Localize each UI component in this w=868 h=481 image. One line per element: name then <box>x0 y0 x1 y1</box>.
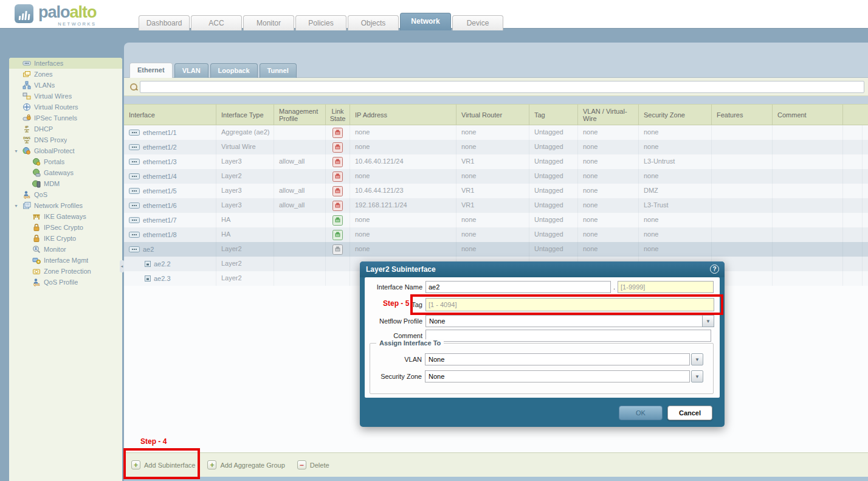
sidebar-item-ipsec-tunnels[interactable]: IPSec Tunnels <box>9 112 122 123</box>
cell-comment <box>773 154 843 169</box>
sidebar-item-dns-proxy[interactable]: DNSDNS Proxy <box>9 134 122 145</box>
interface-link[interactable]: ethernet1/2 <box>143 140 177 154</box>
cell-vlan-virtual-wire: none <box>578 184 639 198</box>
tab-device[interactable]: Device <box>452 15 503 30</box>
interface-link[interactable]: ethernet1/7 <box>143 213 177 227</box>
chevron-down-icon[interactable]: ▼ <box>691 353 703 365</box>
expander-icon[interactable]: ▼ <box>14 204 22 208</box>
column-header-link-state[interactable]: Link State <box>326 105 350 125</box>
column-header-virtual-router[interactable]: Virtual Router <box>456 105 529 125</box>
cell-link-state <box>326 198 350 213</box>
subinterface-icon <box>145 261 151 267</box>
sidebar-item-zones[interactable]: Zones <box>9 69 122 80</box>
subtab-tunnel[interactable]: Tunnel <box>260 63 297 78</box>
vlan-dropdown[interactable]: None <box>425 353 690 365</box>
zones-icon <box>22 70 32 79</box>
tab-policies[interactable]: Policies <box>295 15 346 30</box>
sidebar-item-virtual-routers[interactable]: Virtual Routers <box>9 102 122 112</box>
subtab-loopback[interactable]: Loopback <box>210 63 258 78</box>
tab-monitor[interactable]: Monitor <box>243 15 294 30</box>
column-header-security-zone[interactable]: Security Zone <box>639 105 712 125</box>
expander-icon[interactable]: ▼ <box>14 149 22 153</box>
link-state-down-icon <box>332 157 343 167</box>
tab-dashboard[interactable]: Dashboard <box>139 15 190 30</box>
cell-comment <box>773 271 843 286</box>
cancel-button[interactable]: Cancel <box>667 406 712 420</box>
cell-blank <box>843 154 863 169</box>
chevron-down-icon[interactable]: ▼ <box>691 370 703 382</box>
sidebar-item-mdm[interactable]: MDM <box>9 178 122 189</box>
interface-link[interactable]: ae2.3 <box>154 272 171 286</box>
ethernet-port-icon <box>129 130 140 136</box>
sidebar-item-ike-gateways[interactable]: IKE Gateways <box>9 211 122 222</box>
cell-vlan-virtual-wire: none <box>578 154 639 169</box>
comment-input[interactable] <box>425 330 711 342</box>
column-header-comment[interactable]: Comment <box>773 105 843 125</box>
sidebar-item-portals[interactable]: Portals <box>9 156 122 167</box>
column-header-vlan-virtual-wire[interactable]: VLAN / Virtual-Wire <box>578 105 639 125</box>
interface-link[interactable]: ethernet1/4 <box>143 170 177 184</box>
subtab-ethernet[interactable]: Ethernet <box>129 63 173 78</box>
table-row-ae2[interactable]: ae2Layer2nonenoneUntaggednonenone <box>124 242 868 257</box>
column-header-features[interactable]: Features <box>712 105 773 125</box>
tab-acc[interactable]: ACC <box>191 15 242 30</box>
interface-link[interactable]: ethernet1/6 <box>143 199 177 213</box>
search-input[interactable] <box>140 81 864 93</box>
tab-network[interactable]: Network <box>400 13 451 30</box>
column-header-ip-address[interactable]: IP Address <box>350 105 456 125</box>
table-row-ethernet1-1[interactable]: ethernet1/1Aggregate (ae2)nonenoneUntagg… <box>124 125 868 140</box>
ethernet-port-icon <box>129 188 140 194</box>
interface-number-input[interactable] <box>618 281 714 293</box>
column-header-tag[interactable]: Tag <box>529 105 578 125</box>
tab-objects[interactable]: Objects <box>348 15 399 30</box>
sidebar-collapse-handle[interactable]: ◄ <box>120 260 124 272</box>
sidebar-item-globalprotect[interactable]: ▼GlobalProtect <box>9 145 122 156</box>
cell-ip-address: 192.168.121.1/24 <box>350 198 456 213</box>
interface-link[interactable]: ae2 <box>143 243 154 257</box>
netflow-profile-dropdown[interactable]: None ▼ <box>425 315 714 327</box>
sidebar-item-ike-crypto[interactable]: IKE Crypto <box>9 233 122 244</box>
sidebar-item-ipsec-crypto[interactable]: IPSec Crypto <box>9 222 122 233</box>
cell-comment <box>773 257 843 271</box>
sidebar-item-interfaces[interactable]: Interfaces <box>9 58 122 69</box>
sidebar-item-qos-profile[interactable]: QoSQoS Profile <box>9 277 122 288</box>
sidebar-item-network-profiles[interactable]: ▼Network Profiles <box>9 200 122 211</box>
sidebar-item-zone-protection[interactable]: Zone Protection <box>9 266 122 277</box>
interface-link[interactable]: ethernet1/1 <box>143 126 177 140</box>
interface-name-input[interactable] <box>425 281 611 293</box>
sidebar-item-interface-mgmt[interactable]: Interface Mgmt <box>9 255 122 266</box>
cell-ip-address: none <box>350 227 456 242</box>
interface-link[interactable]: ae2.2 <box>154 257 171 271</box>
interface-link[interactable]: ethernet1/5 <box>143 184 177 198</box>
table-row-ethernet1-7[interactable]: ethernet1/7HAnonenoneUntaggednonenone <box>124 213 868 227</box>
sidebar-item-virtual-wires[interactable]: Virtual Wires <box>9 91 122 102</box>
column-header-interface-type[interactable]: Interface Type <box>216 105 274 125</box>
table-row-ethernet1-8[interactable]: ethernet1/8HAnonenoneUntaggednonenone <box>124 227 868 242</box>
column-header-interface[interactable]: Interface <box>124 105 216 125</box>
sidebar-item-vlans[interactable]: VLANs <box>9 80 122 91</box>
sidebar-item-label: Interface Mgmt <box>44 257 88 264</box>
sidebar-item-label: Zones <box>34 71 53 78</box>
sidebar-item-monitor[interactable]: Monitor <box>9 244 122 255</box>
table-row-ethernet1-6[interactable]: ethernet1/6Layer3allow_all192.168.121.1/… <box>124 198 868 213</box>
interface-link[interactable]: ethernet1/8 <box>143 228 177 242</box>
subtab-vlan[interactable]: VLAN <box>174 63 208 78</box>
table-row-ethernet1-2[interactable]: ethernet1/2Virtual WirenonenoneUntaggedn… <box>124 140 868 154</box>
ok-button[interactable]: OK <box>619 406 663 420</box>
qos-icon: QoS <box>22 190 32 199</box>
help-icon[interactable]: ? <box>710 265 719 274</box>
table-row-ethernet1-4[interactable]: ethernet1/4Layer2nonenoneUntaggednonenon… <box>124 169 868 184</box>
sidebar-item-gateways[interactable]: Gateways <box>9 167 122 178</box>
delete-button[interactable]: − Delete <box>297 460 329 469</box>
sidebar-item-qos[interactable]: QoSQoS <box>9 189 122 200</box>
add-aggregate-group-button[interactable]: + Add Aggregate Group <box>207 460 284 469</box>
table-row-ethernet1-3[interactable]: ethernet1/3Layer3allow_all10.46.40.121/2… <box>124 154 868 169</box>
interface-link[interactable]: ethernet1/3 <box>143 155 177 169</box>
column-header-management-profile[interactable]: Management Profile <box>274 105 326 125</box>
link-state-up-icon <box>332 230 343 240</box>
link-state-down-icon <box>332 142 343 153</box>
chevron-down-icon[interactable]: ▼ <box>702 315 714 327</box>
sidebar-item-dhcp[interactable]: IPDHCP <box>9 123 122 134</box>
table-row-ethernet1-5[interactable]: ethernet1/5Layer3allow_all10.46.44.121/2… <box>124 184 868 198</box>
security-zone-dropdown[interactable]: None <box>425 370 690 382</box>
